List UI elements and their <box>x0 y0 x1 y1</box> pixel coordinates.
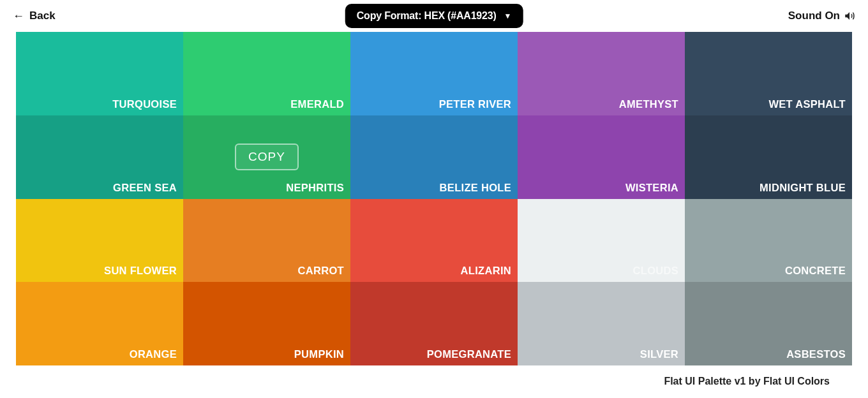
color-swatch[interactable]: COPYORANGE <box>16 282 183 365</box>
footer: Flat UI Palette v1 by Flat UI Colors <box>0 365 868 397</box>
color-swatch[interactable]: COPYBELIZE HOLE <box>350 115 518 199</box>
swatch-name: BELIZE HOLE <box>440 182 511 194</box>
swatch-name: ASBESTOS <box>786 348 846 360</box>
swatch-name: POMEGRANATE <box>427 348 511 360</box>
swatch-name: EMERALD <box>290 98 344 110</box>
color-swatch[interactable]: COPYAMETHYST <box>518 32 685 115</box>
color-swatch[interactable]: COPYALIZARIN <box>350 199 518 283</box>
swatch-name: TURQUOISE <box>112 98 177 110</box>
swatch-name: GREEN SEA <box>113 182 177 194</box>
footer-credit[interactable]: Flat UI Palette v1 by Flat UI Colors <box>664 376 830 387</box>
back-label: Back <box>29 10 56 22</box>
color-swatch[interactable]: COPYPOMEGRANATE <box>350 282 518 365</box>
swatch-name: PUMPKIN <box>294 348 344 360</box>
color-swatch[interactable]: COPYSILVER <box>518 282 685 365</box>
swatch-name: CARROT <box>298 265 344 277</box>
color-swatch[interactable]: COPYSUN FLOWER <box>16 199 183 283</box>
copy-button[interactable]: COPY <box>235 144 299 170</box>
color-swatch[interactable]: COPYCLOUDS <box>518 199 685 283</box>
arrow-left-icon: ← <box>13 10 24 22</box>
color-swatch[interactable]: COPYCONCRETE <box>685 199 852 283</box>
color-swatch[interactable]: COPYWET ASPHALT <box>685 32 852 115</box>
color-swatch[interactable]: COPYASBESTOS <box>685 282 852 365</box>
color-swatch[interactable]: COPYPUMPKIN <box>183 282 350 365</box>
swatch-name: CLOUDS <box>633 265 678 277</box>
color-grid: COPYTURQUOISECOPYEMERALDCOPYPETER RIVERC… <box>16 32 852 365</box>
swatch-name: CONCRETE <box>785 265 846 277</box>
swatch-name: SILVER <box>640 348 678 360</box>
color-swatch[interactable]: COPYCARROT <box>183 199 350 283</box>
color-swatch[interactable]: COPYPETER RIVER <box>350 32 518 115</box>
color-swatch[interactable]: COPYEMERALD <box>183 32 350 115</box>
color-swatch[interactable]: COPYNEPHRITIS <box>183 115 350 199</box>
color-swatch[interactable]: COPYMIDNIGHT BLUE <box>685 115 852 199</box>
swatch-name: WET ASPHALT <box>768 98 846 110</box>
swatch-name: MIDNIGHT BLUE <box>760 182 846 194</box>
swatch-name: NEPHRITIS <box>286 182 344 194</box>
swatch-name: WISTERIA <box>625 182 678 194</box>
color-swatch[interactable]: COPYTURQUOISE <box>16 32 183 115</box>
top-bar: ← Back Copy Format: HEX (#AA1923) ▼ Soun… <box>0 0 868 32</box>
sound-toggle[interactable]: Sound On <box>788 10 855 22</box>
swatch-name: SUN FLOWER <box>104 265 177 277</box>
speaker-icon <box>844 10 855 22</box>
swatch-name: ORANGE <box>130 348 177 360</box>
swatch-name: PETER RIVER <box>439 98 511 110</box>
copy-format-label: Copy Format: HEX (#AA1923) <box>357 10 497 22</box>
swatch-name: ALIZARIN <box>461 265 511 277</box>
back-button[interactable]: ← Back <box>13 10 56 22</box>
color-swatch[interactable]: COPYWISTERIA <box>518 115 685 199</box>
chevron-down-icon: ▼ <box>504 11 512 20</box>
swatch-name: AMETHYST <box>619 98 678 110</box>
color-swatch[interactable]: COPYGREEN SEA <box>16 115 183 199</box>
copy-format-dropdown[interactable]: Copy Format: HEX (#AA1923) ▼ <box>345 4 523 28</box>
sound-label: Sound On <box>788 10 840 22</box>
